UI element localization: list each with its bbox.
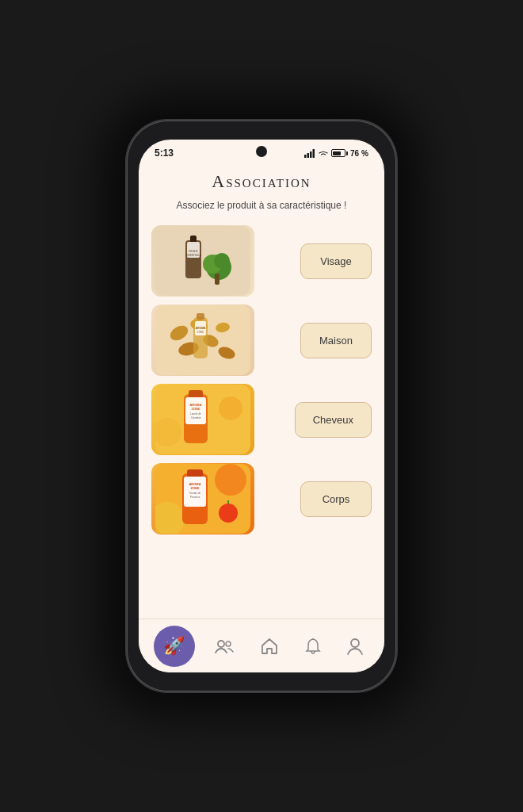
product-image-4: AROMA ZONE Tomate de Provence (151, 463, 254, 534)
battery-icon (331, 149, 348, 157)
svg-point-50 (351, 639, 359, 647)
game-row: AROMA ZONE Laurier de Colombie Cheveux (151, 384, 372, 455)
answer-button-4[interactable]: Corps (300, 481, 372, 517)
game-row: HUILE ESSENTIELLE Visage (151, 225, 372, 297)
svg-text:ZONE: ZONE (197, 331, 204, 334)
product-3-illustration: AROMA ZONE Laurier de Colombie (155, 385, 250, 454)
answer-button-3[interactable]: Cheveux (295, 402, 372, 438)
community-icon (215, 638, 234, 654)
svg-rect-22 (197, 313, 204, 320)
status-icons: 76% (304, 149, 368, 158)
nav-item-notifications[interactable] (299, 634, 327, 658)
game-rows: HUILE ESSENTIELLE Visage (151, 225, 372, 534)
app-content: Association Associez le produit à sa car… (139, 162, 384, 619)
phone-screen: 5:13 (139, 140, 384, 672)
product-image-2: AROMA ZONE (151, 304, 254, 376)
svg-rect-13 (215, 274, 220, 285)
phone-device: 5:13 (127, 121, 396, 691)
profile-icon (347, 638, 363, 655)
svg-text:Tomate de: Tomate de (189, 492, 200, 495)
svg-text:Provence: Provence (190, 496, 200, 499)
svg-point-48 (218, 641, 224, 647)
svg-text:Laurier de: Laurier de (190, 412, 201, 416)
signal-icon (304, 149, 315, 158)
nav-item-home[interactable] (254, 634, 284, 658)
svg-rect-2 (310, 151, 312, 158)
svg-rect-29 (185, 397, 206, 424)
rocket-icon: 🚀 (163, 636, 185, 657)
page-subtitle: Associez le produit à sa caractéristique… (151, 200, 372, 211)
product-image-1: HUILE ESSENTIELLE (151, 225, 254, 297)
game-row: AROMA ZONE Maison (151, 304, 372, 376)
bottom-nav: 🚀 (139, 619, 384, 672)
svg-rect-3 (312, 149, 315, 158)
svg-rect-4 (155, 226, 250, 296)
page-title: Association (151, 171, 372, 192)
svg-rect-40 (187, 469, 203, 477)
nav-item-profile[interactable] (341, 634, 369, 658)
svg-point-34 (219, 396, 242, 420)
product-2-illustration: AROMA ZONE (155, 305, 250, 375)
wifi-icon (318, 149, 329, 158)
camera-notch (256, 146, 267, 157)
bell-icon (305, 638, 321, 655)
product-1-illustration: HUILE ESSENTIELLE (155, 226, 250, 296)
svg-text:ESSENTIELLE: ESSENTIELLE (185, 254, 201, 257)
svg-rect-1 (307, 153, 309, 158)
answer-button-2[interactable]: Maison (300, 323, 372, 358)
game-row: AROMA ZONE Tomate de Provence Corps (151, 463, 372, 534)
product-image-3: AROMA ZONE Laurier de Colombie (151, 384, 254, 455)
svg-point-12 (214, 253, 230, 269)
product-4-illustration: AROMA ZONE Tomate de Provence (155, 464, 250, 534)
status-time: 5:13 (155, 147, 174, 159)
battery-percentage: 76 (350, 149, 359, 158)
nav-item-community[interactable] (208, 635, 240, 657)
nav-item-rocket[interactable]: 🚀 (154, 626, 195, 667)
home-icon (261, 638, 278, 655)
svg-point-46 (219, 504, 238, 523)
svg-text:ZONE: ZONE (191, 407, 200, 411)
svg-text:HUILE: HUILE (189, 249, 198, 253)
svg-text:AROMA: AROMA (195, 327, 206, 330)
svg-text:Colombie: Colombie (191, 416, 201, 419)
svg-rect-0 (304, 155, 307, 158)
svg-rect-28 (189, 390, 203, 398)
answer-button-1[interactable]: Visage (300, 243, 372, 279)
svg-point-37 (215, 464, 246, 496)
svg-point-49 (226, 642, 231, 646)
svg-text:ZONE: ZONE (190, 486, 199, 490)
